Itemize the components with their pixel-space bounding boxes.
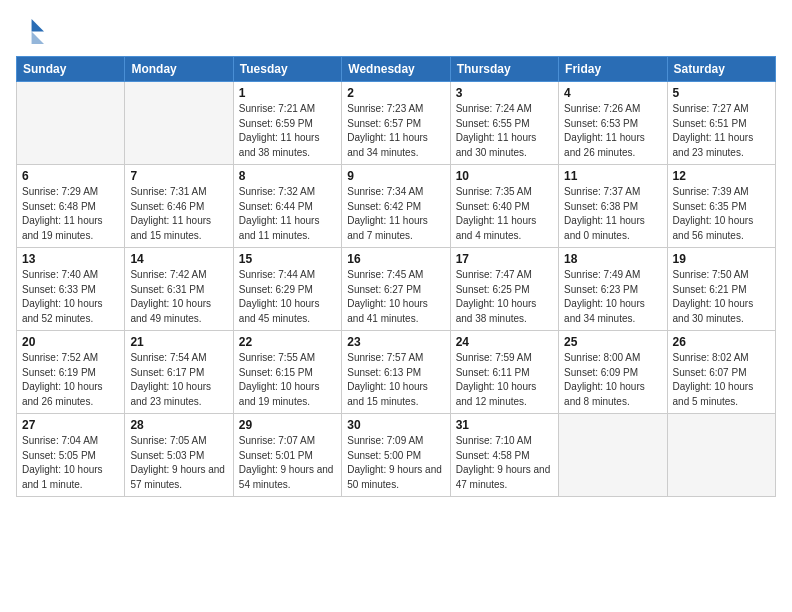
day-number: 8 — [239, 169, 336, 183]
day-info: Sunrise: 7:49 AM Sunset: 6:23 PM Dayligh… — [564, 268, 661, 326]
calendar-day-cell: 23Sunrise: 7:57 AM Sunset: 6:13 PM Dayli… — [342, 331, 450, 414]
day-info: Sunrise: 7:44 AM Sunset: 6:29 PM Dayligh… — [239, 268, 336, 326]
day-info: Sunrise: 7:47 AM Sunset: 6:25 PM Dayligh… — [456, 268, 553, 326]
day-info: Sunrise: 7:54 AM Sunset: 6:17 PM Dayligh… — [130, 351, 227, 409]
weekday-header: Friday — [559, 57, 667, 82]
calendar-day-cell: 26Sunrise: 8:02 AM Sunset: 6:07 PM Dayli… — [667, 331, 775, 414]
day-number: 31 — [456, 418, 553, 432]
calendar-day-cell — [125, 82, 233, 165]
day-number: 13 — [22, 252, 119, 266]
weekday-header: Tuesday — [233, 57, 341, 82]
calendar-day-cell: 21Sunrise: 7:54 AM Sunset: 6:17 PM Dayli… — [125, 331, 233, 414]
calendar-day-cell: 1Sunrise: 7:21 AM Sunset: 6:59 PM Daylig… — [233, 82, 341, 165]
day-info: Sunrise: 7:21 AM Sunset: 6:59 PM Dayligh… — [239, 102, 336, 160]
day-number: 17 — [456, 252, 553, 266]
day-number: 4 — [564, 86, 661, 100]
day-number: 21 — [130, 335, 227, 349]
day-info: Sunrise: 7:45 AM Sunset: 6:27 PM Dayligh… — [347, 268, 444, 326]
calendar-day-cell: 15Sunrise: 7:44 AM Sunset: 6:29 PM Dayli… — [233, 248, 341, 331]
calendar-day-cell: 22Sunrise: 7:55 AM Sunset: 6:15 PM Dayli… — [233, 331, 341, 414]
day-number: 10 — [456, 169, 553, 183]
day-number: 24 — [456, 335, 553, 349]
day-info: Sunrise: 7:52 AM Sunset: 6:19 PM Dayligh… — [22, 351, 119, 409]
calendar-day-cell: 3Sunrise: 7:24 AM Sunset: 6:55 PM Daylig… — [450, 82, 558, 165]
weekday-header: Sunday — [17, 57, 125, 82]
day-info: Sunrise: 7:57 AM Sunset: 6:13 PM Dayligh… — [347, 351, 444, 409]
day-info: Sunrise: 7:29 AM Sunset: 6:48 PM Dayligh… — [22, 185, 119, 243]
day-number: 16 — [347, 252, 444, 266]
day-info: Sunrise: 7:27 AM Sunset: 6:51 PM Dayligh… — [673, 102, 770, 160]
calendar-table: SundayMondayTuesdayWednesdayThursdayFrid… — [16, 56, 776, 497]
day-number: 7 — [130, 169, 227, 183]
day-number: 22 — [239, 335, 336, 349]
day-number: 15 — [239, 252, 336, 266]
calendar-day-cell: 11Sunrise: 7:37 AM Sunset: 6:38 PM Dayli… — [559, 165, 667, 248]
calendar-day-cell — [667, 414, 775, 497]
page-header — [16, 16, 776, 44]
day-info: Sunrise: 8:00 AM Sunset: 6:09 PM Dayligh… — [564, 351, 661, 409]
calendar-day-cell: 29Sunrise: 7:07 AM Sunset: 5:01 PM Dayli… — [233, 414, 341, 497]
calendar-day-cell: 20Sunrise: 7:52 AM Sunset: 6:19 PM Dayli… — [17, 331, 125, 414]
day-number: 3 — [456, 86, 553, 100]
calendar-week-row: 1Sunrise: 7:21 AM Sunset: 6:59 PM Daylig… — [17, 82, 776, 165]
day-info: Sunrise: 7:05 AM Sunset: 5:03 PM Dayligh… — [130, 434, 227, 492]
calendar-day-cell: 16Sunrise: 7:45 AM Sunset: 6:27 PM Dayli… — [342, 248, 450, 331]
calendar-day-cell: 24Sunrise: 7:59 AM Sunset: 6:11 PM Dayli… — [450, 331, 558, 414]
day-info: Sunrise: 7:09 AM Sunset: 5:00 PM Dayligh… — [347, 434, 444, 492]
calendar-day-cell — [559, 414, 667, 497]
day-number: 26 — [673, 335, 770, 349]
calendar-day-cell: 27Sunrise: 7:04 AM Sunset: 5:05 PM Dayli… — [17, 414, 125, 497]
day-number: 12 — [673, 169, 770, 183]
calendar-day-cell: 4Sunrise: 7:26 AM Sunset: 6:53 PM Daylig… — [559, 82, 667, 165]
calendar-day-cell: 13Sunrise: 7:40 AM Sunset: 6:33 PM Dayli… — [17, 248, 125, 331]
weekday-header: Saturday — [667, 57, 775, 82]
calendar-week-row: 27Sunrise: 7:04 AM Sunset: 5:05 PM Dayli… — [17, 414, 776, 497]
day-number: 5 — [673, 86, 770, 100]
day-info: Sunrise: 7:35 AM Sunset: 6:40 PM Dayligh… — [456, 185, 553, 243]
day-number: 9 — [347, 169, 444, 183]
day-info: Sunrise: 7:50 AM Sunset: 6:21 PM Dayligh… — [673, 268, 770, 326]
calendar-day-cell: 14Sunrise: 7:42 AM Sunset: 6:31 PM Dayli… — [125, 248, 233, 331]
day-info: Sunrise: 7:32 AM Sunset: 6:44 PM Dayligh… — [239, 185, 336, 243]
logo-icon — [16, 16, 44, 44]
day-info: Sunrise: 7:37 AM Sunset: 6:38 PM Dayligh… — [564, 185, 661, 243]
calendar-day-cell: 19Sunrise: 7:50 AM Sunset: 6:21 PM Dayli… — [667, 248, 775, 331]
logo — [16, 16, 48, 44]
day-number: 29 — [239, 418, 336, 432]
day-info: Sunrise: 8:02 AM Sunset: 6:07 PM Dayligh… — [673, 351, 770, 409]
day-info: Sunrise: 7:34 AM Sunset: 6:42 PM Dayligh… — [347, 185, 444, 243]
day-info: Sunrise: 7:31 AM Sunset: 6:46 PM Dayligh… — [130, 185, 227, 243]
day-number: 19 — [673, 252, 770, 266]
calendar-day-cell: 18Sunrise: 7:49 AM Sunset: 6:23 PM Dayli… — [559, 248, 667, 331]
svg-marker-1 — [32, 32, 44, 44]
calendar-day-cell — [17, 82, 125, 165]
day-info: Sunrise: 7:55 AM Sunset: 6:15 PM Dayligh… — [239, 351, 336, 409]
day-info: Sunrise: 7:10 AM Sunset: 4:58 PM Dayligh… — [456, 434, 553, 492]
calendar-day-cell: 17Sunrise: 7:47 AM Sunset: 6:25 PM Dayli… — [450, 248, 558, 331]
calendar-day-cell: 5Sunrise: 7:27 AM Sunset: 6:51 PM Daylig… — [667, 82, 775, 165]
calendar-day-cell: 12Sunrise: 7:39 AM Sunset: 6:35 PM Dayli… — [667, 165, 775, 248]
day-number: 11 — [564, 169, 661, 183]
day-info: Sunrise: 7:07 AM Sunset: 5:01 PM Dayligh… — [239, 434, 336, 492]
day-number: 2 — [347, 86, 444, 100]
calendar-day-cell: 30Sunrise: 7:09 AM Sunset: 5:00 PM Dayli… — [342, 414, 450, 497]
day-number: 27 — [22, 418, 119, 432]
day-number: 28 — [130, 418, 227, 432]
calendar-week-row: 6Sunrise: 7:29 AM Sunset: 6:48 PM Daylig… — [17, 165, 776, 248]
day-info: Sunrise: 7:42 AM Sunset: 6:31 PM Dayligh… — [130, 268, 227, 326]
weekday-header: Monday — [125, 57, 233, 82]
day-info: Sunrise: 7:23 AM Sunset: 6:57 PM Dayligh… — [347, 102, 444, 160]
calendar-day-cell: 31Sunrise: 7:10 AM Sunset: 4:58 PM Dayli… — [450, 414, 558, 497]
weekday-header: Thursday — [450, 57, 558, 82]
day-info: Sunrise: 7:04 AM Sunset: 5:05 PM Dayligh… — [22, 434, 119, 492]
day-number: 18 — [564, 252, 661, 266]
day-number: 1 — [239, 86, 336, 100]
calendar-day-cell: 8Sunrise: 7:32 AM Sunset: 6:44 PM Daylig… — [233, 165, 341, 248]
day-number: 14 — [130, 252, 227, 266]
calendar-day-cell: 25Sunrise: 8:00 AM Sunset: 6:09 PM Dayli… — [559, 331, 667, 414]
day-number: 20 — [22, 335, 119, 349]
calendar-day-cell: 9Sunrise: 7:34 AM Sunset: 6:42 PM Daylig… — [342, 165, 450, 248]
day-number: 23 — [347, 335, 444, 349]
calendar-day-cell: 7Sunrise: 7:31 AM Sunset: 6:46 PM Daylig… — [125, 165, 233, 248]
svg-marker-0 — [32, 19, 44, 31]
